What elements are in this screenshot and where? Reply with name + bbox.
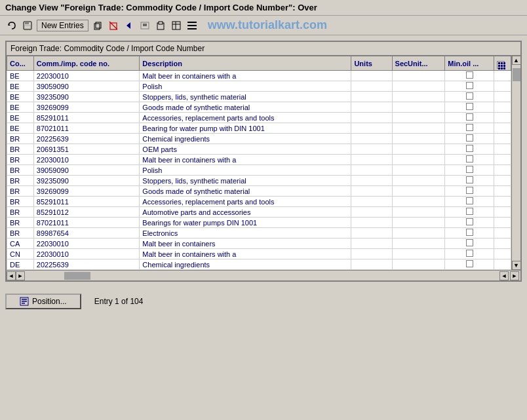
cell-description[interactable]: Accessories, replacement parts and tools	[140, 113, 351, 123]
cell-comm-code[interactable]: 22030010	[33, 249, 140, 259]
cell-description[interactable]: Stoppers, lids, synthetic material	[140, 176, 351, 186]
table-row[interactable]: CA22030010Malt beer in containers	[7, 239, 511, 249]
horizontal-scrollbar[interactable]: ◄ ► ◄ ►	[7, 270, 520, 280]
cell-co[interactable]: CN	[7, 249, 34, 259]
cell-comm-code[interactable]: 39269099	[33, 186, 140, 197]
cell-co[interactable]: BR	[7, 134, 34, 144]
cell-min-oil[interactable]	[445, 186, 494, 197]
checkbox[interactable]	[466, 134, 473, 142]
cell-co[interactable]: BR	[7, 155, 34, 165]
cell-min-oil[interactable]	[445, 123, 494, 134]
table-row[interactable]: BR39269099Goods made of synthetic materi…	[7, 186, 511, 197]
cell-description[interactable]: Automotive parts and accessories	[140, 207, 351, 218]
cell-comm-code[interactable]: 39235090	[33, 176, 140, 186]
table-row[interactable]: BE39235090Stoppers, lids, synthetic mate…	[7, 92, 511, 102]
clipboard-icon[interactable]	[154, 19, 167, 32]
cell-description[interactable]: Electronics	[140, 228, 351, 239]
cell-description[interactable]: Polish	[140, 81, 351, 92]
cell-description[interactable]: Malt beer in containers with a	[140, 155, 351, 165]
cell-min-oil[interactable]	[445, 197, 494, 207]
cell-co[interactable]: CA	[7, 239, 34, 249]
cell-description[interactable]: Goods made of synthetic material	[140, 186, 351, 197]
settings-icon[interactable]	[185, 19, 199, 32]
table-row[interactable]: BR87021011Bearings for water pumps DIN 1…	[7, 218, 511, 228]
cell-comm-code[interactable]: 39059090	[33, 81, 140, 92]
checkbox[interactable]	[466, 71, 473, 79]
table-row[interactable]: DE20225639Chemical ingredients	[7, 259, 511, 270]
cell-min-oil[interactable]	[445, 155, 494, 165]
cell-description[interactable]: Malt beer in containers with a	[140, 71, 351, 81]
hscroll-right-arrow[interactable]: ►	[16, 271, 25, 280]
table-row[interactable]: BE87021011Bearing for water pump with DI…	[7, 123, 511, 134]
table-row[interactable]: CN22030010Malt beer in containers with a	[7, 249, 511, 259]
cell-comm-code[interactable]: 39059090	[33, 165, 140, 176]
cell-min-oil[interactable]	[445, 81, 494, 92]
cell-co[interactable]: BE	[7, 102, 34, 113]
cell-min-oil[interactable]	[445, 228, 494, 239]
table-row[interactable]: BR20225639Chemical ingredients	[7, 134, 511, 144]
cell-comm-code[interactable]: 20691351	[33, 144, 140, 155]
cell-min-oil[interactable]	[445, 71, 494, 81]
cell-description[interactable]: Malt beer in containers with a	[140, 249, 351, 259]
cell-co[interactable]: BR	[7, 176, 34, 186]
cell-description[interactable]: Malt beer in containers	[140, 239, 351, 249]
cell-comm-code[interactable]: 87021011	[33, 123, 140, 134]
checkbox[interactable]	[466, 166, 473, 173]
next-icon[interactable]	[138, 19, 151, 32]
cell-min-oil[interactable]	[445, 218, 494, 228]
cell-comm-code[interactable]: 20225639	[33, 259, 140, 270]
table-row[interactable]: BE22030010Malt beer in containers with a	[7, 71, 511, 81]
position-button[interactable]: Position...	[5, 294, 81, 309]
checkbox[interactable]	[466, 208, 473, 215]
undo-icon[interactable]	[5, 19, 18, 32]
hscroll-right-arrow2[interactable]: ◄	[499, 271, 509, 280]
checkbox[interactable]	[466, 145, 473, 152]
cell-min-oil[interactable]	[445, 249, 494, 259]
checkbox[interactable]	[466, 103, 473, 110]
checkbox[interactable]	[466, 239, 473, 246]
delete-icon[interactable]	[107, 19, 120, 32]
copy-icon[interactable]	[91, 19, 104, 32]
cell-co[interactable]: BR	[7, 228, 34, 239]
cell-comm-code[interactable]: 87021011	[33, 218, 140, 228]
table-row[interactable]: BR85291012Automotive parts and accessori…	[7, 207, 511, 218]
cell-min-oil[interactable]	[445, 102, 494, 113]
cell-description[interactable]: Bearing for water pump with DIN 1001	[140, 123, 351, 134]
cell-min-oil[interactable]	[445, 259, 494, 270]
vertical-scrollbar[interactable]: ▲ ▼	[511, 56, 520, 270]
cell-min-oil[interactable]	[445, 92, 494, 102]
cell-comm-code[interactable]: 22030010	[33, 239, 140, 249]
scroll-up-arrow[interactable]: ▲	[512, 56, 521, 65]
table-row[interactable]: BR89987654Electronics	[7, 228, 511, 239]
checkbox[interactable]	[466, 155, 473, 162]
cell-comm-code[interactable]: 85291012	[33, 207, 140, 218]
cell-comm-code[interactable]: 39269099	[33, 102, 140, 113]
cell-co[interactable]: BR	[7, 197, 34, 207]
cell-comm-code[interactable]: 85291011	[33, 197, 140, 207]
cell-comm-code[interactable]: 20225639	[33, 134, 140, 144]
cell-co[interactable]: BE	[7, 81, 34, 92]
cell-co[interactable]: BR	[7, 218, 34, 228]
cell-co[interactable]: BR	[7, 165, 34, 176]
hscroll-thumb[interactable]	[64, 272, 90, 280]
cell-comm-code[interactable]: 89987654	[33, 228, 140, 239]
cell-description[interactable]: Bearings for water pumps DIN 1001	[140, 218, 351, 228]
col-grid[interactable]	[494, 56, 511, 71]
hscroll-track[interactable]	[25, 271, 499, 280]
cell-co[interactable]: BR	[7, 144, 34, 155]
new-entries-button[interactable]: New Entries	[37, 20, 88, 31]
cell-co[interactable]: BE	[7, 113, 34, 123]
checkbox[interactable]	[466, 218, 473, 225]
cell-description[interactable]: OEM parts	[140, 144, 351, 155]
checkbox[interactable]	[466, 82, 473, 89]
checkbox[interactable]	[466, 113, 473, 121]
table-icon[interactable]	[170, 19, 183, 32]
table-row[interactable]: BR39235090Stoppers, lids, synthetic mate…	[7, 176, 511, 186]
back-icon[interactable]	[123, 19, 136, 32]
cell-min-oil[interactable]	[445, 207, 494, 218]
scroll-thumb[interactable]	[513, 68, 520, 81]
checkbox[interactable]	[466, 260, 473, 267]
checkbox[interactable]	[466, 92, 473, 100]
cell-co[interactable]: BR	[7, 186, 34, 197]
table-row[interactable]: BE39059090Polish	[7, 81, 511, 92]
